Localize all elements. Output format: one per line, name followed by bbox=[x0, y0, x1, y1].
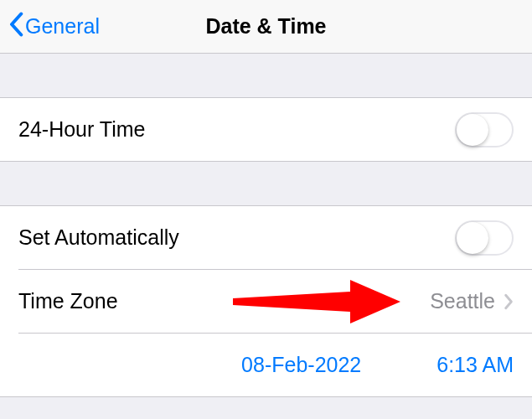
time-button[interactable]: 6:13 AM bbox=[436, 353, 514, 377]
annotation-arrow-icon bbox=[233, 275, 400, 328]
date-button[interactable]: 08-Feb-2022 bbox=[241, 353, 361, 377]
group-display: 24-Hour Time bbox=[0, 97, 532, 162]
section-spacer bbox=[0, 54, 532, 97]
nav-bar: General Date & Time bbox=[0, 0, 532, 54]
toggle-knob bbox=[457, 222, 488, 254]
toggle-24-hour-time[interactable] bbox=[455, 112, 514, 147]
back-label: General bbox=[25, 14, 100, 39]
row-time-zone[interactable]: Time Zone Seattle bbox=[0, 270, 532, 333]
back-button[interactable]: General bbox=[0, 12, 100, 42]
time-zone-value: Seattle bbox=[430, 289, 495, 313]
toggle-knob bbox=[457, 114, 488, 146]
row-date-time: 08-Feb-2022 6:13 AM bbox=[0, 334, 532, 396]
svg-marker-0 bbox=[233, 280, 400, 323]
chevron-left-icon bbox=[8, 12, 25, 42]
row-label: Set Automatically bbox=[18, 225, 179, 250]
row-label: Time Zone bbox=[18, 289, 118, 313]
chevron-right-icon bbox=[504, 293, 514, 310]
row-set-automatically: Set Automatically bbox=[0, 206, 532, 269]
row-24-hour-time: 24-Hour Time bbox=[0, 98, 532, 161]
row-label: 24-Hour Time bbox=[18, 117, 145, 142]
toggle-set-automatically[interactable] bbox=[455, 220, 514, 256]
section-spacer bbox=[0, 162, 532, 205]
group-settings: Set Automatically Time Zone Seattle 08-F… bbox=[0, 205, 532, 397]
